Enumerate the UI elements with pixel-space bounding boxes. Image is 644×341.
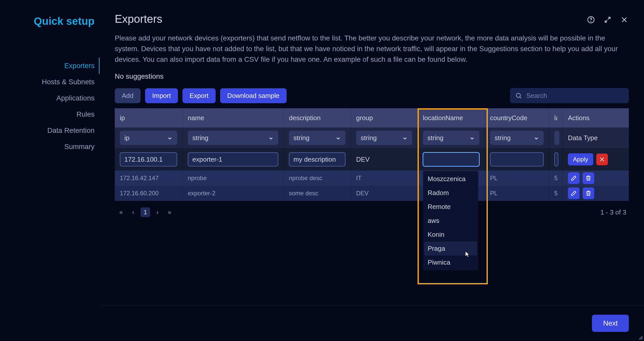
- table-filter-row: ip string string string string string c …: [115, 127, 629, 148]
- filter-description[interactable]: string: [289, 131, 346, 145]
- col-header-actions: Actions: [563, 108, 629, 127]
- chevron-down-icon: [534, 135, 539, 141]
- page-first-button[interactable]: «: [116, 207, 126, 217]
- dropdown-item[interactable]: Piwnica: [424, 255, 477, 269]
- footer: Next: [100, 305, 644, 341]
- pagination-status: 1 - 3 of 3: [600, 208, 626, 216]
- filter-actions-label: Data Type: [568, 134, 598, 142]
- col-header-group[interactable]: group: [351, 108, 418, 127]
- edit-row-button[interactable]: [568, 187, 580, 199]
- sidebar-title: Quick setup: [0, 15, 100, 27]
- locationname-dropdown[interactable]: Moszczenica Radom Remote aws Konin Praga…: [423, 171, 478, 270]
- download-sample-button[interactable]: Download sample: [220, 88, 287, 103]
- edit-row-button[interactable]: [568, 172, 580, 184]
- sidebar: Quick setup Exporters Hosts & Subnets Ap…: [0, 0, 100, 341]
- sidebar-item-applications[interactable]: Applications: [0, 90, 100, 106]
- chevron-down-icon: [167, 135, 173, 141]
- delete-row-button[interactable]: [583, 187, 594, 199]
- input-lat[interactable]: [554, 152, 558, 166]
- col-header-countrycode[interactable]: countryCode: [485, 108, 549, 127]
- filter-ip[interactable]: ip: [120, 131, 177, 145]
- search-input[interactable]: [526, 92, 624, 100]
- search-field[interactable]: [510, 88, 629, 103]
- input-description[interactable]: [289, 152, 346, 166]
- sidebar-item-summary[interactable]: Summary: [0, 139, 100, 155]
- page-prev-button[interactable]: ‹: [128, 207, 138, 217]
- cell-group: DEV: [351, 186, 418, 201]
- table: ip name description group locationName c…: [115, 108, 629, 201]
- sidebar-item-rules[interactable]: Rules: [0, 106, 100, 122]
- cell-countrycode: PL: [485, 170, 549, 186]
- chevron-down-icon: [268, 135, 274, 141]
- col-header-name[interactable]: name: [182, 108, 284, 127]
- sidebar-item-data-retention[interactable]: Data Retention: [0, 122, 100, 139]
- dropdown-item[interactable]: Praga: [424, 242, 477, 255]
- sidebar-item-hosts-subnets[interactable]: Hosts & Subnets: [0, 74, 100, 90]
- dropdown-item[interactable]: aws: [424, 214, 477, 228]
- help-icon[interactable]: [586, 15, 595, 24]
- pencil-icon: [570, 190, 577, 197]
- export-button[interactable]: Export: [182, 88, 216, 103]
- cell-ip: 172.16.42.147: [115, 170, 182, 186]
- cell-countrycode: PL: [485, 186, 549, 201]
- pencil-icon: [570, 175, 577, 181]
- filter-name[interactable]: string: [188, 131, 278, 145]
- col-header-lat[interactable]: lat: [549, 108, 563, 127]
- cell-name: exporter-2: [182, 186, 284, 201]
- table-header-row: ip name description group locationName c…: [115, 108, 629, 127]
- trash-icon: [585, 190, 592, 197]
- svg-point-2: [516, 93, 520, 97]
- col-header-ip[interactable]: ip: [115, 108, 182, 127]
- col-header-description[interactable]: description: [284, 108, 351, 127]
- main: Exporters Please add your network device…: [100, 0, 644, 341]
- sidebar-item-exporters[interactable]: Exporters: [0, 58, 100, 74]
- input-group[interactable]: DEV: [356, 156, 370, 163]
- dropdown-item[interactable]: Moszczenica: [424, 172, 477, 186]
- input-countrycode[interactable]: [490, 152, 544, 166]
- cell-description: some desc: [284, 186, 351, 201]
- import-button[interactable]: Import: [145, 88, 178, 103]
- close-icon[interactable]: [620, 15, 629, 24]
- cell-ip: 172.16.60.200: [115, 186, 182, 201]
- filter-lat[interactable]: c: [554, 131, 559, 145]
- table-row: 172.16.60.200 exporter-2 some desc DEV P…: [115, 186, 629, 201]
- cell-lat: 51.4: [549, 186, 563, 201]
- page-number[interactable]: 1: [141, 207, 150, 217]
- page-title: Exporters: [115, 13, 586, 25]
- input-locationname[interactable]: [423, 152, 479, 166]
- cell-description: nprobe desc: [284, 170, 351, 186]
- input-name[interactable]: [188, 152, 278, 166]
- col-header-locationname[interactable]: locationName: [418, 108, 485, 127]
- dropdown-item[interactable]: Radom: [424, 186, 477, 200]
- chevron-down-icon: [402, 135, 408, 141]
- filter-group[interactable]: string: [356, 131, 412, 145]
- filter-countrycode[interactable]: string: [490, 131, 544, 145]
- cell-lat: 52.: [549, 170, 563, 186]
- dropdown-item[interactable]: Konin: [424, 228, 477, 242]
- sidebar-items: Exporters Hosts & Subnets Applications R…: [0, 58, 100, 155]
- suggestions-label: No suggestions: [100, 65, 644, 80]
- trash-icon: [585, 175, 592, 181]
- search-icon: [515, 92, 522, 99]
- cancel-row-button[interactable]: [596, 154, 608, 165]
- close-icon: [599, 156, 605, 163]
- cell-group: IT: [351, 170, 418, 186]
- cell-name: nprobe: [182, 170, 284, 186]
- table-row: 172.16.42.147 nprobe nprobe desc IT PL 5…: [115, 170, 629, 186]
- resize-handle[interactable]: [637, 334, 643, 340]
- toolbar: Add Import Export Download sample: [100, 80, 644, 108]
- svg-point-1: [591, 21, 591, 22]
- apply-button[interactable]: Apply: [568, 153, 593, 165]
- add-button[interactable]: Add: [115, 88, 141, 103]
- table-input-row: DEV Apply: [115, 148, 629, 170]
- dropdown-item[interactable]: Remote: [424, 200, 477, 214]
- input-ip[interactable]: [120, 152, 177, 166]
- next-button[interactable]: Next: [592, 315, 629, 332]
- page-next-button[interactable]: ›: [153, 207, 162, 217]
- delete-row-button[interactable]: [583, 172, 594, 184]
- page-description: Please add your network devices (exporte…: [100, 25, 644, 65]
- filter-locationname[interactable]: string: [423, 131, 479, 145]
- page-last-button[interactable]: »: [165, 207, 174, 217]
- expand-icon[interactable]: [603, 15, 612, 24]
- chevron-down-icon: [335, 135, 341, 141]
